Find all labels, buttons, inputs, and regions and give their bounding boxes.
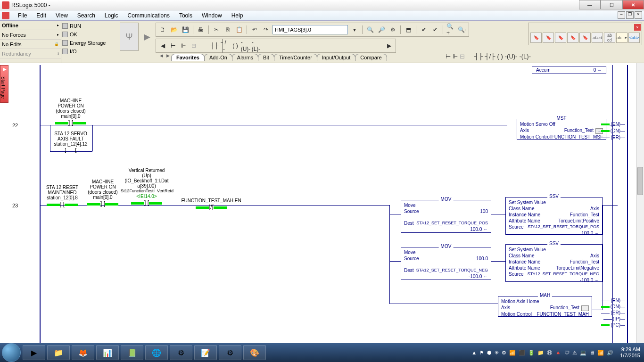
rung-icon[interactable]: ⊢ (446, 53, 451, 60)
right-arrow-icon[interactable]: ▶ (142, 23, 152, 51)
bookmark-next-icon[interactable]: 🔖 (543, 33, 554, 43)
rung23-contact1[interactable]: STA 12 RESET MAINTAINED station_12[0].8 … (43, 185, 81, 208)
tab-alarms[interactable]: Alarms (232, 54, 258, 61)
redo-icon[interactable]: ↷ (261, 25, 271, 34)
menu-file[interactable]: File (13, 12, 32, 19)
app-menu-icon[interactable] (2, 12, 9, 19)
cut-icon[interactable]: ✂ (212, 25, 221, 34)
undo-icon[interactable]: ↶ (250, 25, 259, 34)
vertical-scrollbar[interactable] (636, 63, 644, 343)
taskbar-paint-icon[interactable]: 🎨 (243, 345, 266, 360)
menu-help[interactable]: Help (227, 12, 248, 19)
menu-window[interactable]: Window (197, 12, 227, 19)
taskbar-rslogix-icon[interactable]: ⚙ (170, 345, 192, 360)
save-icon[interactable]: 💾 (181, 25, 190, 34)
verify-icon[interactable]: ✔ (419, 25, 429, 34)
status-offline[interactable]: Offline ▸ (0, 21, 61, 30)
verify-all-icon[interactable]: ✔ (430, 25, 440, 34)
rung22-contact1[interactable]: MACHINE POWER ON (doors closed) main[0].… (52, 98, 90, 126)
ellipsis-button[interactable]: ... (581, 305, 589, 311)
taskbar-clock[interactable]: 9:29 AM 1/7/2015 (616, 346, 640, 359)
tray-icon[interactable]: ⚑ (479, 350, 484, 356)
xio-icon[interactable]: ┤├ (474, 53, 483, 60)
xio-icon[interactable]: ┤├ (210, 41, 219, 50)
browse-icon[interactable]: ⚙ (388, 25, 397, 34)
status-edits[interactable]: No Edits 🔒 (0, 40, 61, 49)
rung23-mov2[interactable]: MOV Move Source-100.0 DestSTA12_SET_RESE… (401, 247, 491, 280)
paste-icon[interactable]: 📋 (234, 25, 244, 34)
taskbar-editor-icon[interactable]: 📝 (194, 345, 217, 360)
tray-icon[interactable]: 🖥 (589, 350, 594, 355)
tray-icon[interactable]: 📶 (509, 350, 516, 356)
tray-icon[interactable]: ⬢ (487, 350, 492, 356)
tray-icon[interactable]: 🔺 (555, 350, 561, 356)
abcd-icon[interactable]: abcd (592, 33, 603, 43)
close-button[interactable]: ✕ (622, 0, 644, 9)
tab-compare[interactable]: Compare (355, 54, 387, 61)
new-file-icon[interactable]: 🗋 (158, 25, 167, 34)
scroll-left-icon[interactable]: ◀ (158, 41, 167, 50)
dropdown-icon[interactable]: ▾ (350, 25, 359, 34)
open-file-icon[interactable]: 📂 (169, 25, 179, 34)
status-forces[interactable]: No Forces ▸ (0, 30, 61, 40)
rung23-ssv1[interactable]: SSV Set System Value Class NameAxis Inst… (505, 197, 603, 235)
tray-volume-icon[interactable]: 🔊 (607, 350, 613, 356)
menu-search[interactable]: Search (73, 12, 100, 19)
ote-icon[interactable]: ( ) (497, 53, 503, 60)
scroll-right-icon[interactable]: ▶ (384, 41, 394, 50)
tray-icon[interactable]: Ⓗ (547, 349, 552, 356)
minimize-button[interactable]: — (579, 0, 601, 9)
taskbar-powerpoint-icon[interactable]: 📊 (96, 345, 119, 360)
otu-icon[interactable]: -(U)- (505, 53, 518, 60)
zoom-in-icon[interactable]: 🔍+ (446, 25, 455, 34)
branch-level-icon[interactable]: ⊟ (189, 41, 198, 50)
taskbar-app-icon[interactable]: ⚙ (219, 345, 241, 360)
mdi-minimize[interactable]: – (618, 11, 625, 19)
branch-icon[interactable]: ⊩ (179, 41, 188, 50)
bookmark-prev-icon[interactable]: 🔖 (555, 33, 566, 43)
zoom-out-icon[interactable]: 🔍- (457, 25, 467, 34)
otl-icon[interactable]: -(L)- (251, 41, 261, 50)
tab-bit[interactable]: Bit (258, 54, 274, 61)
xic-icon[interactable]: ┤/├ (220, 41, 230, 50)
rung23-contact4[interactable]: FUNCTION_TEST_MAH.EN ]/[ (178, 198, 244, 211)
xic-icon[interactable]: ┤/├ (485, 53, 495, 60)
tag-search-input[interactable] (272, 25, 348, 34)
rung23-contact3[interactable]: Vertical Returned (Up) (IO_Beckhoff_1:I.… (121, 168, 173, 206)
rung22-contact2[interactable]: STA 12 SERVO AXIS FAULT station_12[4].12… (52, 131, 90, 153)
tray-icon[interactable]: 🔋 (528, 350, 535, 356)
taskbar-chrome-icon[interactable]: 🌐 (145, 345, 168, 360)
tray-network-icon[interactable]: 📶 (597, 350, 604, 356)
tab-addon[interactable]: Add-On (204, 54, 232, 61)
status-redundancy[interactable]: Redundancy ℹ (0, 49, 61, 58)
tab-scroll-right[interactable]: ▶ (165, 53, 171, 61)
menu-view[interactable]: View (51, 12, 73, 19)
rung-icon[interactable]: ⊢ (168, 41, 178, 50)
tray-icon[interactable]: 💻 (580, 350, 586, 356)
ote-icon[interactable]: ( ) (231, 41, 240, 50)
taskbar-wmplayer-icon[interactable]: ▶ (23, 345, 45, 360)
rung23-ssv2[interactable]: SSV Set System Value Class NameAxis Inst… (505, 244, 603, 282)
tab-timer[interactable]: Timer/Counter (274, 54, 317, 61)
rung23-contact2[interactable]: MACHINE POWER ON (doors closed) main[0].… (84, 179, 122, 207)
find-next-icon[interactable]: 🔎 (377, 25, 386, 34)
rung23-mah[interactable]: MAH Motion Axis Home AxisFunction_Test..… (498, 296, 592, 317)
ab-link-icon[interactable]: <ab> (628, 33, 640, 43)
mdi-restore[interactable]: ❐ (626, 11, 634, 19)
tray-icon[interactable]: ⚙ (502, 350, 506, 356)
find-icon[interactable]: 🔍 (365, 25, 375, 34)
toolbar-close-icon[interactable]: × (634, 24, 641, 31)
start-button[interactable] (2, 343, 21, 362)
branch-icon[interactable]: ⊩ (453, 53, 458, 60)
tray-icon[interactable]: ✳ (495, 350, 499, 356)
copy-icon[interactable]: ⎘ (223, 25, 232, 34)
rung22-msf-box[interactable]: MSF Motion Servo Off AxisFunction_Test..… (517, 119, 606, 140)
controller-icon[interactable]: Ψ (120, 23, 139, 51)
tray-icon[interactable]: 🛡 (564, 350, 570, 355)
taskbar-explorer-icon[interactable]: 📁 (47, 345, 70, 360)
menu-communications[interactable]: Communications (123, 12, 174, 19)
otl-icon[interactable]: -(L)- (519, 53, 531, 60)
print-icon[interactable]: 🖶 (196, 25, 206, 34)
go-online-icon[interactable]: ⬒ (404, 25, 413, 34)
abc-icon[interactable]: abcd (604, 33, 615, 43)
